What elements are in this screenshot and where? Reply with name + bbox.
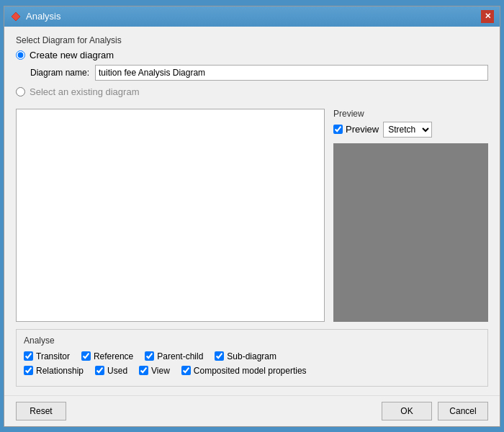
analyse-row-1: Transitor Reference Parent-child Sub-dia… — [24, 351, 480, 361]
view-label: View — [151, 366, 170, 376]
diagram-list[interactable] — [16, 109, 325, 322]
parent-child-check-item: Parent-child — [145, 351, 203, 361]
composited-check-item: Composited model properties — [181, 366, 307, 376]
select-diagram-label: Select Diagram for Analysis — [16, 35, 488, 45]
select-existing-label: Select an existing diagram — [30, 86, 139, 97]
used-label: Used — [107, 366, 127, 376]
create-new-radio-row: Create new diagram — [16, 50, 488, 60]
reset-button[interactable]: Reset — [16, 402, 66, 420]
analyse-row-2: Relationship Used View Composited model … — [24, 366, 480, 376]
preview-checkbox-label: Preview — [346, 124, 379, 135]
relationship-check-item: Relationship — [24, 366, 84, 376]
parent-child-checkbox[interactable] — [145, 351, 154, 361]
ok-button[interactable]: OK — [382, 402, 432, 420]
view-checkbox[interactable] — [139, 366, 148, 375]
used-check-item: Used — [95, 366, 127, 376]
transitor-checkbox[interactable] — [24, 351, 33, 361]
reference-check-item: Reference — [81, 351, 133, 361]
preview-controls: Preview Stretch Fit Original — [333, 122, 488, 138]
preview-stretch-select[interactable]: Stretch Fit Original — [383, 122, 432, 138]
cancel-button[interactable]: Cancel — [438, 402, 488, 420]
title-bar: Analysis ✕ — [4, 6, 500, 27]
create-new-radio[interactable] — [16, 50, 25, 60]
create-new-label: Create new diagram — [30, 50, 114, 60]
preview-image — [333, 143, 488, 322]
reference-label: Reference — [94, 351, 133, 361]
select-existing-radio[interactable] — [16, 87, 25, 96]
used-checkbox[interactable] — [95, 366, 104, 375]
reference-checkbox[interactable] — [81, 351, 91, 361]
diagram-name-row: Diagram name: — [30, 65, 488, 81]
parent-child-label: Parent-child — [157, 351, 203, 361]
main-area: Preview Preview Stretch Fit Original — [16, 109, 488, 322]
preview-section-label: Preview — [333, 109, 488, 119]
diamond-icon — [10, 11, 22, 22]
composited-checkbox[interactable] — [181, 366, 191, 375]
transitor-label: Transitor — [36, 351, 70, 361]
preview-checkbox-row: Preview — [333, 124, 379, 135]
analyse-title: Analyse — [24, 336, 480, 346]
relationship-label: Relationship — [36, 366, 84, 376]
sub-diagram-check-item: Sub-diagram — [215, 351, 276, 361]
diagram-name-label: Diagram name: — [30, 68, 89, 78]
analysis-dialog: Analysis ✕ Select Diagram for Analysis C… — [4, 6, 500, 427]
analyse-section: Analyse Transitor Reference Parent-child… — [16, 329, 488, 387]
dialog-body: Select Diagram for Analysis Create new d… — [4, 27, 500, 395]
composited-label: Composited model properties — [194, 366, 307, 376]
preview-checkbox[interactable] — [333, 125, 343, 134]
transitor-check-item: Transitor — [24, 351, 70, 361]
sub-diagram-checkbox[interactable] — [215, 351, 224, 361]
close-button[interactable]: ✕ — [481, 10, 494, 23]
svg-marker-0 — [12, 12, 20, 21]
preview-panel: Preview Preview Stretch Fit Original — [333, 109, 488, 322]
select-diagram-section: Select Diagram for Analysis Create new d… — [16, 35, 488, 102]
diagram-name-input[interactable] — [95, 65, 488, 81]
footer-right: OK Cancel — [382, 402, 488, 420]
sub-diagram-label: Sub-diagram — [227, 351, 276, 361]
relationship-checkbox[interactable] — [24, 366, 33, 375]
dialog-title: Analysis — [26, 11, 60, 22]
select-existing-radio-row: Select an existing diagram — [16, 86, 488, 97]
view-check-item: View — [139, 366, 170, 376]
footer: Reset OK Cancel — [4, 395, 500, 426]
